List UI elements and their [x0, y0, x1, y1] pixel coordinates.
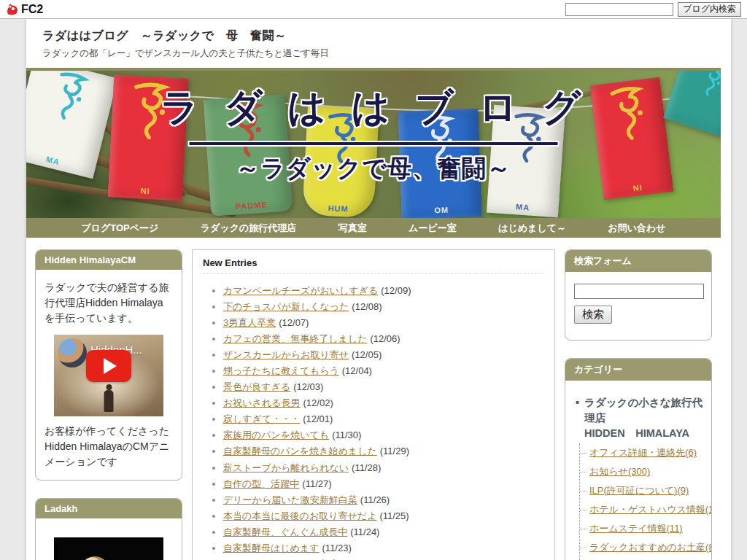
entry-link[interactable]: 景色が良すぎる [223, 381, 290, 392]
entry-date: (11/23) [322, 542, 352, 553]
cm-box-title: Hidden HimalayaCM [36, 250, 182, 270]
ladakh-video-thumbnail[interactable] [54, 537, 163, 560]
entry-link[interactable]: 薪ストーブから離れられない [223, 462, 349, 473]
entry-link[interactable]: 自家製酵母のパンを焼き始めました [223, 446, 377, 456]
ladakh-box: Ladakh [35, 498, 182, 560]
nav-item[interactable]: ムービー室 [409, 222, 457, 235]
category-row: ラダックのレストラン(120) [580, 557, 703, 560]
entry-link[interactable]: 自家製酵母はじめます [223, 542, 320, 553]
search-form-title: 検索フォーム [565, 250, 711, 272]
category-link[interactable]: ラダックおすすめのお土産(85) [589, 542, 712, 553]
youtube-video-thumbnail[interactable]: HiddenH... [54, 335, 163, 416]
entry-row: 自作の型、活躍中(11/27) [223, 478, 544, 491]
blog-header: ラダははブログ ～ラダックで 母 奮闘～ ラダックの都「レー」でザンスカール人の… [26, 19, 731, 68]
youtube-play-icon[interactable] [86, 350, 131, 382]
entry-link[interactable]: 本当の本当に最後のお取り寄せだよ [223, 510, 376, 521]
entry-date: (12/06) [370, 333, 400, 344]
entry-date: (12/01) [303, 413, 333, 424]
sidebar-search-input[interactable] [574, 284, 704, 299]
entry-row: 下のチョスパが新しくなった(12/08) [223, 300, 544, 314]
entry-link[interactable]: 寂しすぎて・・・ [223, 413, 300, 424]
category-box: カテゴリー • ラダックの小さな旅行代理店 HIDDEN HIMALAYA オフ… [565, 358, 712, 560]
entry-link[interactable]: 家族用のパンを焼いても [223, 429, 329, 440]
entry-row: 自家製酵母はじめます(11/23) [223, 542, 544, 555]
entry-date: (11/25) [379, 510, 409, 521]
entry-link[interactable]: お祝いされる長男 [223, 397, 301, 408]
entry-link[interactable]: 甥っ子たちに教えてもらう [223, 365, 339, 376]
category-parent: • ラダックの小さな旅行代理店 HIDDEN HIMALAYA [574, 395, 703, 441]
bullet-icon: • [576, 395, 579, 441]
cm-box: Hidden HimalayaCM ラダックで夫の経営する旅行代理店Hidden… [35, 249, 182, 481]
category-row: ILP(許可証について)(9) [580, 481, 703, 500]
fc2-logo[interactable]: FC2 [6, 3, 43, 16]
entry-row: ザンスカールからお取り寄せ(12/05) [223, 349, 544, 362]
entry-date: (12/05) [352, 349, 382, 360]
entry-link[interactable]: 自家製酵母、ぐんぐん成長中 [223, 526, 347, 537]
channel-avatar [58, 338, 87, 368]
entry-date: (12/08) [352, 301, 382, 312]
fc2-logo-icon [6, 3, 19, 16]
entry-date: (12/03) [293, 381, 323, 392]
nav-item[interactable]: 写真室 [338, 222, 367, 235]
sidebar-search-button[interactable]: 検索 [574, 306, 612, 324]
hero-title: ラ ダ は は ブ ロ グ [26, 82, 721, 133]
entry-row: 景色が良すぎる(12/03) [223, 381, 544, 394]
main-navigation: ブログTOPページラダックの旅行代理店写真室ムービー室はじめまして～お問い合わせ [26, 218, 721, 238]
hero-title-underline [190, 142, 558, 145]
entries-list: カマンベールチーズがおいしすぎる(12/09) 下のチョスパが新しくなった(12… [223, 284, 544, 560]
category-link[interactable]: ILP(許可証について)(9) [589, 485, 689, 496]
category-link[interactable]: オフィス詳細・連絡先(6) [589, 447, 697, 458]
nav-item[interactable]: ブログTOPページ [81, 222, 158, 235]
entry-row: 3男直人卒業(12/07) [223, 316, 544, 330]
category-row: お知らせ(300) [580, 462, 703, 481]
entry-link[interactable]: 下のチョスパが新しくなった [223, 301, 349, 312]
entry-row: 甥っ子たちに教えてもらう(12/04) [223, 365, 544, 378]
flag-label: HUM [328, 203, 349, 213]
entry-row: 本当の本当に最後のお取り寄せだよ(11/25) [223, 510, 544, 523]
nav-item[interactable]: お問い合わせ [608, 222, 665, 235]
new-entries-box: New Entries カマンベールチーズがおいしすぎる(12/09) 下のチョ… [192, 249, 555, 560]
category-link[interactable]: ホテル・ゲストハウス情報(16) [589, 504, 712, 515]
blog-search-button[interactable]: ブログ内検索 [678, 2, 741, 17]
category-row: ラダックおすすめのお土産(85) [580, 538, 703, 557]
category-parent-line1: ラダックの小さな旅行代理店 [584, 397, 703, 424]
search-form-box: 検索フォーム 検索 [565, 249, 712, 341]
category-row: ホテル・ゲストハウス情報(16) [580, 500, 703, 519]
flag-label: NI [140, 187, 150, 196]
entry-date: (12/04) [342, 365, 372, 376]
entry-date: (11/30) [332, 429, 361, 440]
entry-row: 寂しすぎて・・・(12/01) [223, 413, 544, 426]
entry-date: (12/09) [381, 285, 411, 296]
category-link[interactable]: お知らせ(300) [589, 466, 650, 477]
nav-item[interactable]: ラダックの旅行代理店 [201, 222, 297, 235]
page-wrapper: ラダははブログ ～ラダックで 母 奮闘～ ラダックの都「レー」でザンスカール人の… [26, 19, 731, 560]
entry-link[interactable]: カフェの営業、無事終了しました [223, 333, 367, 344]
blog-search-input[interactable] [565, 3, 673, 16]
ladakh-box-title: Ladakh [36, 499, 182, 518]
flag-label: OM [434, 206, 449, 215]
entry-row: 自家製酵母のパンを焼き始めました(11/29) [223, 445, 544, 458]
entry-date: (11/27) [302, 478, 331, 489]
fc2-topbar: FC2 ブログ内検索 [0, 0, 747, 19]
blog-title[interactable]: ラダははブログ ～ラダックで 母 奮闘～ [42, 28, 715, 44]
blog-search-bar: ブログ内検索 [565, 2, 741, 17]
entry-link[interactable]: デリーから届いた激安新鮮白菜 [223, 494, 357, 505]
entry-date: (11/29) [380, 446, 409, 456]
entry-row: カフェの営業、無事終了しました(12/06) [223, 332, 544, 346]
cm-caption: お客様が作ってくださったHidden HimalayaのCMアニメーションです [44, 424, 173, 470]
fc2-logo-text: FC2 [21, 3, 43, 16]
category-row: ホームステイ情報(11) [580, 519, 703, 538]
entry-link[interactable]: カマンベールチーズがおいしすぎる [223, 285, 378, 296]
category-link[interactable]: ホームステイ情報(11) [589, 523, 683, 534]
video-figure [104, 390, 114, 412]
entry-link[interactable]: 3男直人卒業 [223, 317, 276, 328]
flag-label: MA [516, 202, 530, 211]
entry-date: (12/07) [279, 317, 309, 328]
entry-link[interactable]: 自作の型、活躍中 [223, 478, 299, 489]
entry-date: (11/28) [352, 462, 381, 473]
nav-item[interactable]: はじめまして～ [498, 222, 566, 235]
main-column: New Entries カマンベールチーズがおいしすぎる(12/09) 下のチョ… [192, 249, 555, 560]
hero-banner: MA NI PADME HUM OM MA NI ラ ダ [26, 68, 721, 218]
entry-link[interactable]: ザンスカールからお取り寄せ [223, 349, 349, 360]
left-sidebar: Hidden HimalayaCM ラダックで夫の経営する旅行代理店Hidden… [35, 249, 182, 560]
